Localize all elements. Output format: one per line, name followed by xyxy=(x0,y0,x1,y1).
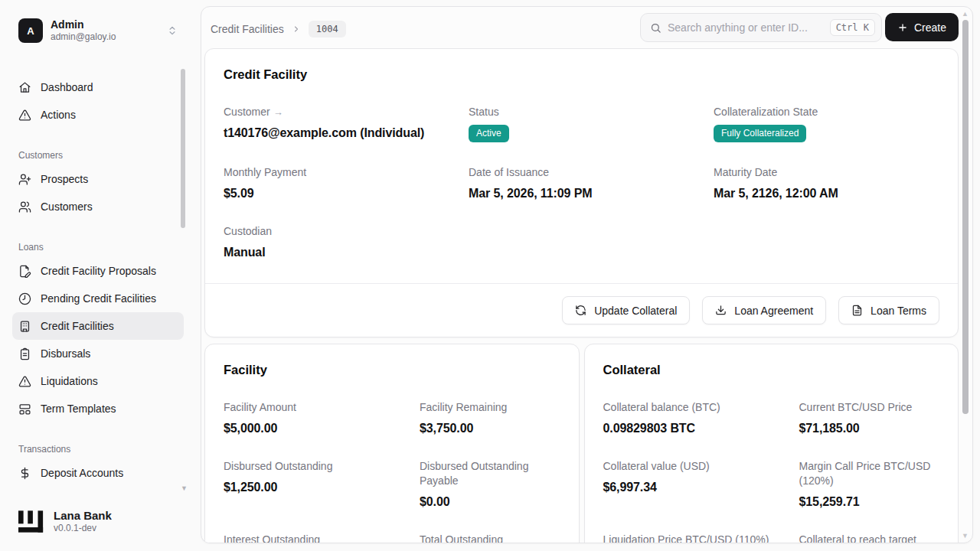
field-disbursed-outstanding: Disbursed Outstanding $1,250.00 xyxy=(224,459,401,510)
field-label: Disbursed Outstanding xyxy=(224,459,395,474)
field-collateral-to-reach-target: Collateral to reach target (140%) 0.0983… xyxy=(799,533,940,543)
update-collateral-button[interactable]: Update Collateral xyxy=(562,296,690,324)
field-value: $15,259.71 xyxy=(799,494,934,510)
avatar: A xyxy=(18,18,43,43)
sidebar-item-label: Credit Facilities xyxy=(41,318,114,334)
facility-card: Facility Facility Amount $5,000.00 Facil… xyxy=(204,344,580,543)
sidebar-item-actions[interactable]: Actions xyxy=(12,101,184,129)
field-custodian: Custodian Manual xyxy=(224,224,469,260)
main-panel: Credit Facilities 1004 Ctrl K Create Cre… xyxy=(201,6,973,543)
field-collateral-balance-btc: Collateral balance (BTC) 0.09829803 BTC xyxy=(603,400,781,436)
bank-building-icon xyxy=(18,320,31,333)
credit-facility-title: Credit Facility xyxy=(224,67,939,82)
user-meta: Admin admin@galoy.io xyxy=(51,18,159,43)
field-status: Status Active xyxy=(469,105,714,142)
search-icon xyxy=(650,22,662,34)
breadcrumb-credit-facilities-link[interactable]: Credit Facilities xyxy=(211,23,284,35)
account-switcher[interactable]: A Admin admin@galoy.io xyxy=(12,12,184,49)
status-badge: Active xyxy=(469,125,509,142)
field-facility-amount: Facility Amount $5,000.00 xyxy=(224,400,401,436)
main-scroll-up-icon[interactable]: ▲ xyxy=(962,10,969,18)
create-button-label: Create xyxy=(914,21,946,34)
button-label: Loan Terms xyxy=(871,305,926,317)
clipboard-list-icon xyxy=(18,347,31,360)
plus-icon xyxy=(897,22,908,33)
sidebar-nav: Dashboard Actions Customers Prospects Cu… xyxy=(12,73,184,487)
alert-triangle-icon xyxy=(18,375,31,388)
main-scrollbar-thumb[interactable] xyxy=(962,20,969,414)
field-value: Manual xyxy=(224,244,456,260)
sidebar-item-prospects[interactable]: Prospects xyxy=(12,165,184,193)
customer-link[interactable]: t140176@example.com (Individual) xyxy=(224,125,456,141)
field-label: Status xyxy=(469,105,701,119)
chevrons-up-down-icon xyxy=(167,25,178,36)
field-value: $1,250.00 xyxy=(224,479,395,495)
search-bar[interactable]: Ctrl K xyxy=(640,13,882,42)
field-value: $3,750.00 xyxy=(420,420,554,436)
field-value: $71,185.00 xyxy=(799,420,934,436)
collateral-card: Collateral Collateral balance (BTC) 0.09… xyxy=(584,344,959,543)
loan-terms-button[interactable]: Loan Terms xyxy=(838,296,939,324)
loan-agreement-button[interactable]: Loan Agreement xyxy=(702,296,826,324)
field-label: Collateral balance (BTC) xyxy=(603,400,775,415)
brand-name: Lana Bank xyxy=(54,509,112,523)
button-label: Update Collateral xyxy=(594,305,677,317)
panel-header: Credit Facilities 1004 Ctrl K Create xyxy=(201,7,972,48)
field-label: Monthly Payment xyxy=(224,165,456,180)
field-value: 0.09829803 BTC xyxy=(603,420,775,436)
user-name: Admin xyxy=(51,18,159,31)
sidebar-item-label: Prospects xyxy=(41,171,88,187)
field-label: Interest Outstanding xyxy=(224,533,395,543)
field-label: Facility Remaining xyxy=(420,400,554,415)
file-text-icon xyxy=(851,305,863,316)
sidebar-item-liquidations[interactable]: Liquidations xyxy=(12,367,184,395)
sidebar-item-dashboard[interactable]: Dashboard xyxy=(12,73,184,101)
field-label: Current BTC/USD Price xyxy=(799,400,934,415)
section-label-transactions: Transactions xyxy=(18,444,184,455)
sidebar-item-label: Actions xyxy=(41,107,76,122)
field-label: Date of Issuance xyxy=(469,165,701,180)
home-icon xyxy=(18,81,31,94)
section-label-loans: Loans xyxy=(18,242,184,253)
field-label: Collateral value (USD) xyxy=(603,459,775,474)
sidebar-item-label: Customers xyxy=(41,199,93,214)
sidebar-item-pending-credit-facilities[interactable]: Pending Credit Facilities xyxy=(12,285,184,312)
create-button[interactable]: Create xyxy=(885,13,959,41)
clock-icon xyxy=(18,292,31,305)
sidebar-item-credit-facilities[interactable]: Credit Facilities xyxy=(12,312,184,340)
brand: Lana Bank v0.0.1-dev xyxy=(18,509,112,534)
sidebar-item-credit-facility-proposals[interactable]: Credit Facility Proposals xyxy=(12,257,184,285)
collateralization-badge: Fully Collateralized xyxy=(714,125,806,142)
search-shortcut-kbd: Ctrl K xyxy=(830,19,875,36)
breadcrumb-current-id-badge: 1004 xyxy=(309,21,346,37)
brand-version: v0.0.1-dev xyxy=(54,523,112,534)
field-disbursed-outstanding-payable: Disbursed Outstanding Payable $0.00 xyxy=(420,459,560,510)
lana-bank-logo xyxy=(18,510,44,533)
main-scroll-down-icon[interactable]: ▼ xyxy=(962,532,969,540)
sidebar-item-label: Liquidations xyxy=(41,373,98,389)
search-input[interactable] xyxy=(668,21,824,34)
sidebar-item-deposit-accounts[interactable]: Deposit Accounts xyxy=(12,459,184,487)
sidebar-item-customers[interactable]: Customers xyxy=(12,193,184,220)
field-liquidation-price: Liquidation Price BTC/USD (110%) $13,988… xyxy=(603,533,781,543)
sidebar-scroll-down-icon[interactable]: ▼ xyxy=(181,484,188,492)
field-collateral-value-usd: Collateral value (USD) $6,997.34 xyxy=(603,459,781,510)
breadcrumb: Credit Facilities 1004 xyxy=(211,21,346,37)
field-value: $5.09 xyxy=(224,185,456,201)
field-value: Mar 5, 2026, 11:09 PM xyxy=(469,185,701,201)
field-value: Mar 5, 2126, 12:00 AM xyxy=(714,185,927,201)
field-label: Customer xyxy=(224,106,270,118)
field-label: Liquidation Price BTC/USD (110%) xyxy=(603,533,775,543)
field-customer: Customer→ t140176@example.com (Individua… xyxy=(224,105,469,142)
field-label: Collateral to reach target (140%) xyxy=(799,533,934,543)
field-label: Facility Amount xyxy=(224,400,395,415)
layout-template-icon xyxy=(18,403,31,416)
sidebar-scrollbar-thumb[interactable] xyxy=(181,69,185,228)
sidebar-item-label: Disbursals xyxy=(41,346,90,361)
field-label: Collateralization State xyxy=(714,105,927,119)
field-label: Custodian xyxy=(224,224,456,239)
field-collateralization-state: Collateralization State Fully Collateral… xyxy=(714,105,939,142)
sidebar-item-disbursals[interactable]: Disbursals xyxy=(12,340,184,367)
sidebar-item-term-templates[interactable]: Term Templates xyxy=(12,395,184,422)
file-pen-icon xyxy=(18,265,31,278)
